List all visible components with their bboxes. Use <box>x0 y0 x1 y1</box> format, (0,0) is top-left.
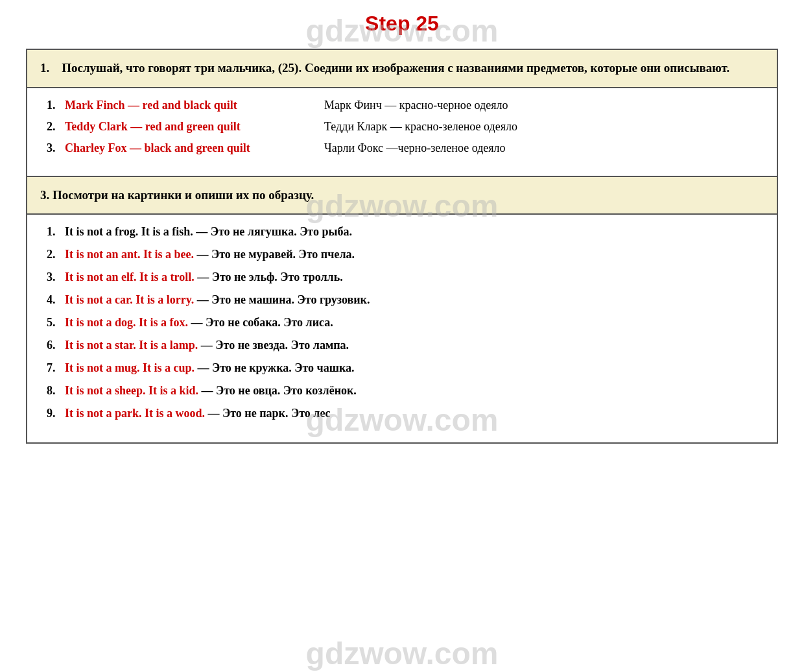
ex3-eng1: It is not a frog. It is a fish. <box>65 225 193 238</box>
answer1-english: Mark Finch — red and black quilt <box>65 99 237 112</box>
ex3-num6: 6. <box>47 339 65 352</box>
ex3-eng7: It is not a mug. It is a cup. <box>65 361 195 374</box>
exercise1-header: 1. Послушай, что говорят три мальчика, (… <box>27 50 777 88</box>
main-container: 1. Послушай, что говорят три мальчика, (… <box>26 49 778 444</box>
ex3-num1: 1. <box>47 225 65 239</box>
answer2-item: 2. Teddy Clark — red and green quilt Тед… <box>47 120 757 134</box>
ex3-num7: 7. <box>47 361 65 375</box>
exercise1-box: 1. Послушай, что говорят три мальчика, (… <box>26 49 778 177</box>
answer3-english: Charley Fox — black and green quilt <box>65 141 250 154</box>
exercise3-box: 3. Посмотри на картинки и опиши их по об… <box>26 177 778 444</box>
ex3-rus2: — Это не муравей. Это пчела. <box>197 248 355 261</box>
ex3-eng5: It is not a dog. It is a fox. <box>65 316 188 329</box>
answer3-russian: Чарли Фокс —черно-зеленое одеяло <box>324 141 506 155</box>
ex3-rus3: — Это не эльф. Это тролль. <box>197 270 343 283</box>
ex3-eng4: It is not a car. It is a lorry. <box>65 293 194 306</box>
answer1-russian: Марк Финч — красно-черное одеяло <box>324 99 508 112</box>
ex3-item3: 3. It is not an elf. It is a troll. — Эт… <box>47 270 757 284</box>
ex3-rus5: — Это не собака. Это лиса. <box>191 316 333 329</box>
ex3-eng6: It is not a star. It is a lamp. <box>65 339 198 352</box>
ex3-rus9: — Это не парк. Это лес <box>208 407 331 420</box>
ex3-num3: 3. <box>47 270 65 284</box>
ex3-eng3: It is not an elf. It is a troll. <box>65 270 195 283</box>
ex3-rus4: — Это не машина. Это грузовик. <box>197 293 370 306</box>
ex3-rus8: — Это не овца. Это козлёнок. <box>202 384 357 397</box>
ex3-eng8: It is not a sheep. It is a kid. <box>65 384 198 397</box>
ex3-item9: 9. It is not a park. It is a wood. — Это… <box>47 407 757 420</box>
ex3-rus1: — Это не лягушка. Это рыба. <box>196 225 352 238</box>
exercise1-content: 1. Mark Finch — red and black quilt Марк… <box>27 88 777 176</box>
exercise1-instruction: 1. Послушай, что говорят три мальчика, (… <box>40 59 764 78</box>
page-header: Step 25 <box>0 0 804 42</box>
answer2-russian: Тедди Кларк — красно-зеленое одеяло <box>324 120 517 134</box>
ex3-eng9: It is not a park. It is a wood. <box>65 407 205 420</box>
ex3-rus6: — Это не звезда. Это лампа. <box>201 339 349 352</box>
page-title: Step 25 <box>365 12 439 35</box>
ex3-item2: 2. It is not an ant. It is a bee. — Это … <box>47 248 757 261</box>
ex3-num5: 5. <box>47 316 65 330</box>
ex3-item8: 8. It is not a sheep. It is a kid. — Это… <box>47 384 757 398</box>
ex3-num4: 4. <box>47 293 65 307</box>
ex3-num2: 2. <box>47 248 65 261</box>
answer2-english: Teddy Clark — red and green quilt <box>65 120 241 133</box>
answer1-number: 1. <box>47 99 65 112</box>
ex3-num8: 8. <box>47 384 65 398</box>
answer3-number: 3. <box>47 141 65 155</box>
exercise3-header: 3. Посмотри на картинки и опиши их по об… <box>27 177 777 215</box>
ex3-eng2: It is not an ant. It is a bee. <box>65 248 194 261</box>
ex3-item6: 6. It is not a star. It is a lamp. — Это… <box>47 339 757 352</box>
exercise3-instruction: 3. Посмотри на картинки и опиши их по об… <box>40 186 764 205</box>
ex3-num9: 9. <box>47 407 65 420</box>
watermark-bottom: gdzwow.com <box>306 636 499 671</box>
answer3-item: 3. Charley Fox — black and green quilt Ч… <box>47 141 757 155</box>
exercise3-content: 1. It is not a frog. It is a fish. — Это… <box>27 215 777 442</box>
ex3-item5: 5. It is not a dog. It is a fox. — Это н… <box>47 316 757 330</box>
answer2-number: 2. <box>47 120 65 134</box>
ex3-item4: 4. It is not a car. It is a lorry. — Это… <box>47 293 757 307</box>
answer1-item: 1. Mark Finch — red and black quilt Марк… <box>47 99 757 112</box>
ex3-item1: 1. It is not a frog. It is a fish. — Это… <box>47 225 757 239</box>
ex3-item7: 7. It is not a mug. It is a cup. — Это н… <box>47 361 757 375</box>
ex3-rus7: — Это не кружка. Это чашка. <box>198 361 355 374</box>
